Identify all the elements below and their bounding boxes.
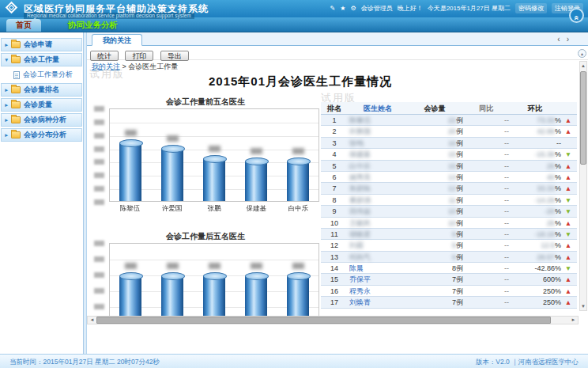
volume-cell: 12例 <box>406 183 463 193</box>
star-icon[interactable]: ★ <box>340 5 345 12</box>
chart-bar <box>287 161 309 201</box>
mom-value: 12.5 <box>541 241 555 249</box>
table-row[interactable]: 12刘霞9例--12.5%▲ <box>321 240 577 251</box>
vertical-scrollbar-thumb[interactable] <box>580 71 586 165</box>
doctor-name-link[interactable]: 陈晨 <box>348 263 406 273</box>
bar-value-label <box>209 263 220 269</box>
doctor-name-link[interactable]: 乔保平 <box>348 274 406 284</box>
table-row[interactable]: 14陈晨8例---42.86%▼ <box>321 263 577 274</box>
stats-button[interactable]: 统计 <box>90 51 119 61</box>
doctor-name-link[interactable]: 何风气 <box>348 252 406 262</box>
chart-title: 会诊工作量后五名医生 <box>92 232 319 241</box>
horizontal-scrollbar-thumb[interactable] <box>96 317 551 324</box>
doctor-name-link[interactable]: 张鸣 <box>348 138 406 148</box>
doctor-name-link[interactable]: 胡晓君 <box>348 229 406 239</box>
table-row[interactable]: 3张鸣16例---- <box>321 138 577 149</box>
table-row[interactable]: 2许辉国20例--42.86%▲ <box>321 126 577 137</box>
current-time-label: 当前时间：2015年01月27日 星期二 20时07分42秒 <box>9 358 160 367</box>
sidebar-item-label: 会诊病种分析 <box>24 115 66 125</box>
table-row[interactable]: 9田伟超10例---20%▼ <box>321 206 577 217</box>
sidebar-item[interactable]: ▼会诊工作量 <box>1 53 82 66</box>
chart-plot-area <box>92 108 319 202</box>
edit-icon[interactable]: ✎ <box>330 5 336 12</box>
tab-my-follows[interactable]: 我的关注 <box>92 34 142 46</box>
chevron-down-icon: ▼ <box>4 57 11 63</box>
tab-next-icon[interactable]: › <box>567 35 575 44</box>
table-row[interactable]: 15乔保平7例--600%▲ <box>321 274 577 285</box>
rank-cell: 15 <box>321 274 348 284</box>
sidebar-item[interactable]: ►会诊质量 <box>1 98 82 112</box>
rank-cell: 7 <box>321 183 348 193</box>
volume-cell: 15例 <box>406 161 463 171</box>
yoy-cell: -- <box>463 138 509 148</box>
mom-cell: 40% <box>509 172 561 182</box>
rank-cell: 13 <box>321 252 348 262</box>
export-button[interactable]: 导出 <box>160 51 189 61</box>
vertical-scrollbar[interactable]: ▲ ▼ <box>579 61 587 311</box>
sidebar-subitem[interactable]: 会诊工作量分析 <box>1 68 82 82</box>
sidebar-item[interactable]: ►会诊申请 <box>1 38 82 51</box>
table-row[interactable]: 7朱新灿12例--33.33%▲ <box>321 183 577 194</box>
y-tick-label <box>94 272 104 278</box>
trial-watermark: 试用版 <box>321 91 356 105</box>
table-row[interactable]: 17刘焕青7例--250%▲ <box>321 297 577 308</box>
percent-sign: % <box>555 287 561 295</box>
change-password-button[interactable]: 密码修改 <box>515 3 547 13</box>
sidebar-item[interactable]: ►会诊量排名 <box>1 83 82 97</box>
doctor-name-link[interactable]: 陈黎伍 <box>348 115 406 125</box>
y-tick-label <box>94 159 104 165</box>
doctor-name-link[interactable]: 朱新灿 <box>348 183 406 193</box>
sidebar-item[interactable]: ►会诊分布分析 <box>1 128 82 142</box>
trend-down-icon: ▼ <box>561 229 575 239</box>
tab-scroll-arrows[interactable]: ‹› <box>557 35 575 44</box>
nav-tab-home[interactable]: 首页 <box>6 19 41 32</box>
scroll-top-button[interactable]: « <box>569 8 584 23</box>
panel-collapse-icon[interactable]: ▲ <box>578 49 586 58</box>
scroll-down-icon[interactable]: ▼ <box>580 302 586 310</box>
volume-cell: 10例 <box>406 218 463 228</box>
table-row[interactable]: 16程秀永7例--250%▲ <box>321 286 577 297</box>
chart-title: 会诊工作量前五名医生 <box>92 97 319 107</box>
volume-cell: 16例 <box>406 138 463 148</box>
table-row[interactable]: 5白中乐15例--25%▲ <box>321 161 577 172</box>
doctor-name-link[interactable]: 刘焕青 <box>348 297 406 307</box>
tab-prev-icon[interactable]: ‹ <box>557 35 566 44</box>
doctor-name-link[interactable]: 程秀永 <box>348 286 406 296</box>
sidebar-item-label: 会诊工作量 <box>24 55 59 65</box>
doctor-name-link[interactable]: 田伟超 <box>348 206 406 216</box>
chevron-right-icon: ► <box>4 42 11 47</box>
scroll-right-icon[interactable]: ► <box>569 317 578 324</box>
table-row[interactable]: 10王晓民10例--25%▲ <box>321 218 577 229</box>
yoy-cell: -- <box>463 229 509 239</box>
scroll-up-icon[interactable]: ▲ <box>580 62 586 70</box>
toolbar: 统计 打印 导出 <box>87 46 588 60</box>
doctor-name-link[interactable]: 许辉国 <box>348 126 406 136</box>
gear-icon[interactable]: ⚙ <box>350 5 356 12</box>
volume-unit: 例 <box>456 150 463 158</box>
print-button[interactable]: 打印 <box>125 51 153 61</box>
table-row[interactable]: 1陈黎伍22例--73.33%▲ <box>321 115 577 126</box>
doctor-name-link[interactable]: 黄新强 <box>348 195 406 205</box>
doctor-name-link[interactable]: 姚秀英 <box>348 172 406 182</box>
doctor-name-link[interactable]: 保建基 <box>348 149 406 159</box>
table-row[interactable]: 6姚秀英13例--40%▲ <box>321 172 577 183</box>
sidebar-item[interactable]: ►会诊病种分析 <box>1 113 82 127</box>
app-header: 区域医疗协同服务平台辅助决策支持系统 Regional medical coll… <box>0 0 588 17</box>
trend-down-icon: ▼ <box>561 149 575 159</box>
bar-value-label <box>251 263 262 269</box>
doctor-name-link[interactable]: 刘霞 <box>348 240 406 250</box>
scroll-left-icon[interactable]: ◄ <box>88 317 96 324</box>
table-row[interactable]: 4保建基15例---15.38%▼ <box>321 149 577 160</box>
horizontal-scrollbar[interactable]: ◄ ► <box>87 316 579 324</box>
y-tick-label <box>94 199 104 205</box>
mom-cell: 600% <box>509 274 561 284</box>
doctor-name-link[interactable]: 王晓民 <box>348 218 406 228</box>
volume-value: 10 <box>448 207 456 215</box>
mom-cell: 42.86% <box>509 126 561 136</box>
nav-tab-business-analysis[interactable]: 协同业务分析 <box>58 17 127 32</box>
x-axis-labels: 陈黎伍许爱国张鹏保建基白中乐 <box>109 204 319 214</box>
table-row[interactable]: 13何风气9例--28.57%▲ <box>321 252 577 263</box>
table-row[interactable]: 8黄新强11例---14.29%▼ <box>321 195 577 206</box>
table-row[interactable]: 11胡晓君9例---18.18%▼ <box>321 229 577 240</box>
doctor-name-link[interactable]: 白中乐 <box>348 161 406 171</box>
